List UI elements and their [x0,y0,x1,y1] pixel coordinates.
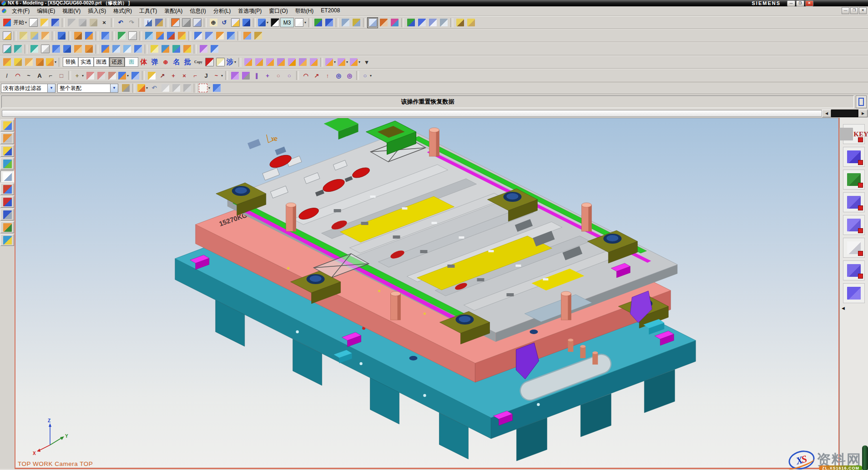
toolbar-overflow-arrow[interactable]: ▾ [361,57,372,68]
delete-icon[interactable]: × [99,17,110,28]
boss-icon[interactable] [83,30,94,41]
visualization-prefs-icon[interactable] [389,17,400,28]
child-close-button[interactable]: ✕ [859,7,867,14]
screen-sketch-icon[interactable] [1,30,12,41]
menu-analysis[interactable]: 分析(L) [210,6,235,16]
reuse-guide-bushing-item[interactable] [843,238,865,258]
resize-face-icon[interactable] [286,57,297,68]
history-tab[interactable] [0,170,14,182]
studio-surface-icon[interactable] [171,44,182,55]
restore-button[interactable]: 还原 [109,57,125,67]
sweep-along-guide-icon[interactable] [182,44,192,55]
draft-icon[interactable] [225,30,236,41]
solid-transparent-button[interactable]: 实透 [78,57,94,67]
reuse-cam-unit-item[interactable] [843,215,865,235]
menu-tools[interactable]: 工具(T) [136,6,161,16]
circle-radius-icon[interactable]: ◎ [344,70,355,81]
dropdown-arrow[interactable]: ▾ [370,74,372,78]
menu-edit[interactable]: 编辑(E) [33,6,59,16]
open-region-icon[interactable] [160,83,171,94]
undo-icon[interactable]: ↶ [115,17,126,28]
edge-blend-icon[interactable] [192,30,203,41]
face-display-button[interactable]: 面 [125,57,138,67]
dropdown-arrow[interactable]: ▾ [358,60,360,64]
menu-format[interactable]: 格式(R) [110,6,136,16]
subtract-icon[interactable] [165,30,176,41]
sew-icon[interactable] [252,30,263,41]
project-curve-dropdown[interactable]: ▾ [117,70,130,81]
dropdown-arrow[interactable]: ▾ [127,74,129,78]
law-extension-icon[interactable] [149,44,160,55]
four-point-surface-icon[interactable] [12,44,23,55]
spring-button[interactable]: 弹 [149,57,160,68]
sketch-icon[interactable] [40,30,50,41]
circle-dashed-icon[interactable]: ○ [273,70,284,81]
mirror-face-dropdown[interactable]: ▾ [349,57,361,68]
datum-plane-grid-icon[interactable] [29,44,40,55]
ellipse-icon[interactable]: ○ [284,70,295,81]
intersection-curve-icon[interactable] [130,70,141,81]
undo-selection-icon[interactable]: ↶ [149,83,160,94]
selection-priority-edge-icon[interactable] [438,17,449,28]
orient-view-absolute-icon[interactable] [323,17,334,28]
layer-settings-icon[interactable] [340,17,351,28]
palettes-tab[interactable] [0,183,14,195]
translucent-cube-icon[interactable] [215,57,226,68]
copy-object-icon[interactable]: Copy [193,57,204,68]
dropdown-arrow[interactable]: ▾ [234,60,236,64]
dropdown-arrow[interactable]: ▾ [267,20,268,25]
move-to-layer-icon[interactable] [351,17,362,28]
menu-insert[interactable]: 插入(S) [84,6,110,16]
dropdown-arrow[interactable]: ▾ [146,86,148,90]
bounded-plane-icon[interactable] [40,44,50,55]
design-document-icon[interactable] [146,70,157,81]
view-orientation-dropdown[interactable]: ▾ [257,17,269,28]
dropdown-arrow[interactable]: ▾ [25,20,27,25]
pdw-strip-layout-icon[interactable] [1,57,12,68]
selection-priority-body-icon[interactable] [427,17,438,28]
shaded-cube-icon[interactable] [241,17,252,28]
rectangle-icon[interactable]: □ [56,70,67,81]
datum-plane-icon[interactable] [18,30,29,41]
scroll-right-button[interactable]: ▶ [858,110,868,117]
cut-face-dropdown[interactable]: ▾ [337,57,349,68]
sphere-icon[interactable] [143,30,154,41]
n-sided-surface-icon[interactable] [100,44,111,55]
fit-view-icon[interactable] [230,17,241,28]
body-display-button[interactable]: 体 [138,57,149,68]
name-button[interactable]: 名 [171,57,182,68]
selection-scope-dropdown[interactable]: 整个装配 ▼ [57,84,118,93]
up-arrow-icon[interactable]: ↑ [322,70,333,81]
line-angle-icon[interactable] [240,70,251,81]
shaded-cube-small-icon[interactable] [211,83,222,94]
menu-help[interactable]: 帮助(H) [292,6,318,16]
scroll-left-button[interactable]: ◀ [822,110,831,117]
save-icon[interactable] [50,17,61,28]
dimension-arrow-icon[interactable]: ↗ [311,70,322,81]
assembly-navigator-tab[interactable] [0,120,14,131]
chevron-down-icon[interactable]: ▼ [110,84,118,92]
replace-face-icon[interactable] [275,57,286,68]
info-window-icon[interactable]: i [142,17,153,28]
display-mode-icon[interactable] [269,17,280,28]
zoom-in-out-icon[interactable]: ⊕ [208,17,219,28]
pdw-die-base-icon[interactable] [12,57,23,68]
pdw-insert-icon[interactable] [34,57,45,68]
selection-priority-face-icon[interactable] [416,17,427,28]
start-menu-button[interactable]: 开始▾ [12,17,28,28]
interference-button[interactable]: 涉▾ [226,57,237,68]
scrollbar-thumb[interactable] [831,110,858,117]
offset-curve-dropdown[interactable]: ~▾ [212,70,224,81]
menu-assemblies[interactable]: 装配(A) [161,6,186,16]
i-form-icon[interactable] [209,44,220,55]
thicken-icon[interactable] [132,44,143,55]
cut-icon[interactable] [66,17,77,28]
point-plus-icon[interactable]: + [168,70,179,81]
internet-browser-tab[interactable] [0,158,14,170]
dropdown-arrow[interactable]: ▾ [221,74,223,78]
swept-icon[interactable] [72,44,83,55]
scrollbar-track[interactable] [2,110,822,117]
child-minimize-button[interactable]: — [842,7,849,14]
trim-curve-icon[interactable] [85,70,96,81]
move-face-icon[interactable] [242,57,253,68]
